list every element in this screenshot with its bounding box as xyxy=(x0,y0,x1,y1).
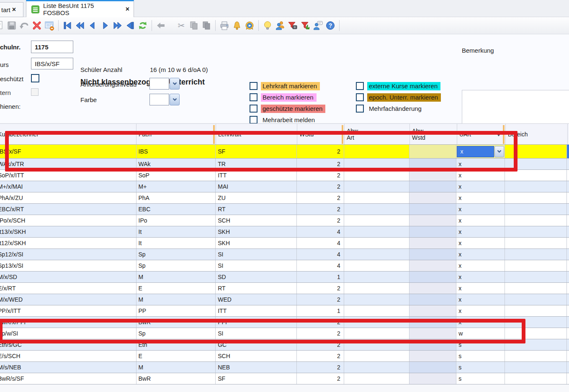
cell-bereich[interactable] xyxy=(505,283,567,294)
cell-abw-wstd[interactable] xyxy=(409,283,457,294)
cell-fach[interactable]: IPo xyxy=(136,215,216,226)
cell-wstd[interactable]: 1 xyxy=(297,272,344,282)
cell-uart[interactable]: s xyxy=(456,373,505,384)
kurs-field[interactable]: IBS/x/SF xyxy=(31,58,73,69)
cell-kursbezeichner[interactable]: M/x/WED xyxy=(0,294,136,305)
cell-j[interactable] xyxy=(567,260,569,271)
cell-lehrkraft[interactable]: WED xyxy=(216,294,297,305)
cell-j[interactable] xyxy=(567,305,569,316)
cell-lehrkraft[interactable]: SI xyxy=(216,249,297,260)
cell-abw-wstd[interactable] xyxy=(409,249,457,260)
cell-kursbezeichner[interactable]: M/s/NEB xyxy=(0,362,136,373)
cell-j[interactable] xyxy=(567,373,569,384)
cell-wstd[interactable]: 4 xyxy=(297,260,344,271)
table-row[interactable]: Sp12/x/SISpSI4x xyxy=(0,249,569,260)
cell-wstd[interactable]: 2 xyxy=(297,181,344,192)
cell-bereich[interactable] xyxy=(505,238,567,249)
checkbox[interactable] xyxy=(356,93,364,101)
cell-uart[interactable]: x xyxy=(456,272,505,282)
cell-j[interactable] xyxy=(567,181,569,192)
cell-uart[interactable]: x xyxy=(456,294,505,305)
cell-fach[interactable]: E xyxy=(136,283,216,294)
cell-abw-art[interactable] xyxy=(344,272,409,282)
cell-uart[interactable]: s xyxy=(456,362,505,373)
cell-fach[interactable]: PP xyxy=(136,305,216,316)
cell-abw-wstd[interactable] xyxy=(409,294,457,305)
tab-liste-besunt-close-icon[interactable]: × xyxy=(126,6,129,13)
chevron-down-icon[interactable] xyxy=(170,94,180,105)
cell-uart[interactable]: x xyxy=(456,283,505,294)
cell-j[interactable] xyxy=(567,362,569,373)
table-row[interactable]: It12/x/SKHItSKH4x xyxy=(0,238,569,249)
cell-j[interactable] xyxy=(567,192,569,203)
farbe-dropdown[interactable] xyxy=(149,94,180,105)
cell-wstd[interactable]: 2 xyxy=(297,362,344,373)
cell-lehrkraft[interactable]: NEB xyxy=(216,362,297,373)
tab-start-close-icon[interactable]: × xyxy=(12,6,16,13)
cell-j[interactable] xyxy=(567,159,569,169)
alarm-icon[interactable] xyxy=(245,20,255,31)
chevron-down-icon[interactable] xyxy=(170,78,180,90)
cell-abw-wstd[interactable] xyxy=(409,215,457,226)
cell-bereich[interactable] xyxy=(505,249,567,260)
print-icon[interactable] xyxy=(219,20,229,31)
cell-uart[interactable]: x xyxy=(456,192,505,203)
nav-fast-forward-icon[interactable] xyxy=(113,20,123,31)
cell-abw-wstd[interactable] xyxy=(409,204,457,215)
cell-kursbezeichner[interactable]: IPo/x/SCH xyxy=(0,215,136,226)
cell-lehrkraft[interactable]: SD xyxy=(216,272,297,282)
cell-lehrkraft[interactable]: SF xyxy=(216,373,297,384)
cell-j[interactable] xyxy=(567,249,569,260)
cell-abw-art[interactable] xyxy=(344,238,409,249)
schulnr-field[interactable]: 1175 xyxy=(31,41,73,53)
cell-wstd[interactable]: 2 xyxy=(297,351,344,361)
users-icon[interactable] xyxy=(275,20,285,31)
checkbox[interactable] xyxy=(250,116,257,124)
cell-j[interactable] xyxy=(567,226,569,237)
cell-kursbezeichner[interactable]: It13/x/SKH xyxy=(0,226,136,237)
cell-fach[interactable]: PhA xyxy=(136,192,216,203)
table-row[interactable]: M/x/SDMSD1x xyxy=(0,272,569,283)
cell-bereich[interactable] xyxy=(505,294,567,305)
cell-abw-wstd[interactable] xyxy=(409,181,457,192)
cell-bereich[interactable] xyxy=(505,305,567,316)
cell-wstd[interactable]: 2 xyxy=(297,283,344,294)
cell-uart[interactable]: x xyxy=(456,238,505,249)
cell-abw-wstd[interactable] xyxy=(409,272,457,282)
nav-first-icon[interactable] xyxy=(62,20,72,31)
cell-lehrkraft[interactable]: SCH xyxy=(216,351,297,361)
detail-form-icon[interactable] xyxy=(44,20,54,31)
delete-icon[interactable] xyxy=(32,20,42,31)
cell-abw-wstd[interactable] xyxy=(409,362,457,373)
cell-abw-wstd[interactable] xyxy=(409,192,457,203)
table-row[interactable]: PP/x/ITTPPITT1x xyxy=(0,305,569,317)
cell-abw-wstd[interactable] xyxy=(409,226,457,237)
cell-j[interactable] xyxy=(567,283,569,294)
cell-abw-art[interactable] xyxy=(344,249,409,260)
user-comment-icon[interactable] xyxy=(313,20,323,31)
cell-j[interactable] xyxy=(567,145,569,158)
cell-abw-art[interactable] xyxy=(344,260,409,271)
cell-kursbezeichner[interactable]: M/x/SD xyxy=(0,272,136,282)
cell-fach[interactable]: BwR xyxy=(136,373,216,384)
cell-abw-wstd[interactable] xyxy=(409,351,457,361)
table-row[interactable]: Sp13/x/SISpSI4x xyxy=(0,260,569,272)
cell-bereich[interactable] xyxy=(505,362,567,373)
table-row[interactable]: M/x/WEDMWED2x xyxy=(0,294,569,305)
anforderungsniveau-dropdown[interactable] xyxy=(149,78,180,90)
copy-icon[interactable] xyxy=(189,20,199,31)
nav-back-icon[interactable] xyxy=(88,20,98,31)
cell-bereich[interactable] xyxy=(505,181,567,192)
cell-abw-wstd[interactable] xyxy=(409,260,457,271)
cell-abw-art[interactable] xyxy=(344,373,409,384)
cell-wstd[interactable]: 2 xyxy=(297,215,344,226)
save-icon[interactable] xyxy=(7,20,17,31)
cell-fach[interactable]: M xyxy=(136,362,216,373)
table-row[interactable]: M+/x/MAIM+MAI2x xyxy=(0,181,569,192)
cell-lehrkraft[interactable]: MAI xyxy=(216,181,297,192)
cell-wstd[interactable]: 2 xyxy=(297,294,344,305)
paste-icon[interactable] xyxy=(201,20,211,31)
cell-kursbezeichner[interactable]: It12/x/SKH xyxy=(0,238,136,249)
cell-abw-art[interactable] xyxy=(344,294,409,305)
table-row[interactable]: E/x/RTERT2x xyxy=(0,283,569,294)
